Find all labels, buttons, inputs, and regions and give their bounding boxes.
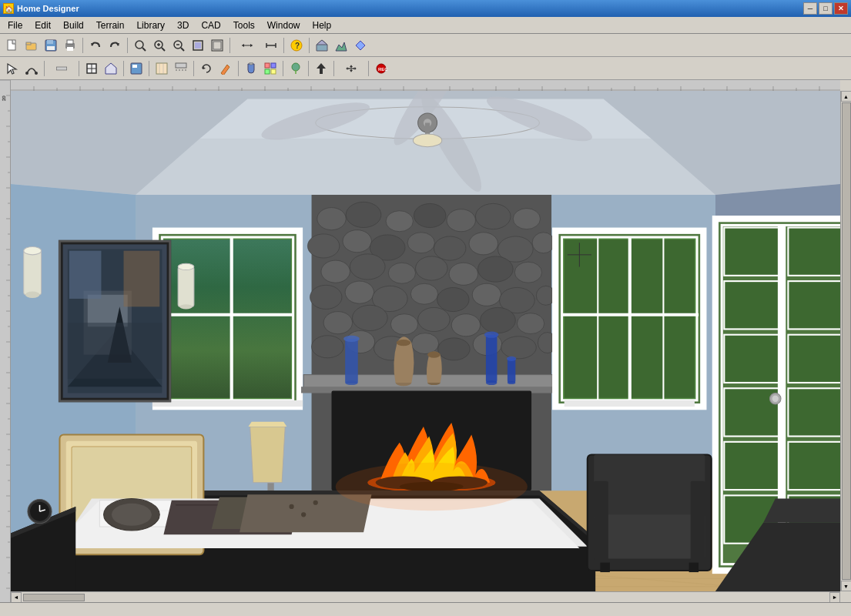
status-bar (0, 602, 851, 616)
plant-tool[interactable] (286, 59, 305, 78)
menu-help[interactable]: Help (306, 18, 337, 32)
save-view-tool[interactable] (127, 59, 146, 78)
svg-point-230 (427, 351, 441, 357)
svg-point-184 (307, 234, 340, 258)
svg-point-197 (478, 256, 514, 282)
ruler-top (11, 80, 840, 91)
menu-library[interactable]: Library (130, 18, 171, 32)
svg-rect-320 (594, 481, 608, 561)
room-tool[interactable] (82, 59, 101, 78)
svg-rect-262 (724, 442, 782, 490)
menu-3d[interactable]: 3D (171, 18, 195, 32)
svg-point-180 (414, 203, 446, 227)
svg-rect-7 (67, 40, 73, 44)
svg-point-307 (313, 500, 318, 505)
svg-rect-261 (788, 388, 840, 436)
scrollbar-vertical[interactable]: ▲ ▼ (840, 91, 851, 591)
print-button[interactable] (61, 36, 79, 55)
zoom-out-button[interactable] (169, 36, 188, 55)
svg-point-194 (388, 263, 415, 283)
svg-marker-34 (336, 42, 347, 51)
svg-rect-45 (132, 65, 137, 68)
svg-rect-8 (67, 47, 73, 51)
svg-point-182 (475, 203, 511, 229)
svg-rect-52 (250, 62, 253, 65)
svg-point-196 (449, 263, 477, 285)
arc-tool[interactable] (22, 59, 41, 78)
viewport-3d[interactable] (11, 91, 840, 591)
pane-arrows-button[interactable] (233, 36, 261, 55)
maximize-button[interactable]: □ (819, 2, 833, 15)
menu-tools[interactable]: Tools (227, 18, 261, 32)
menu-build[interactable]: Build (57, 18, 90, 32)
svg-marker-325 (763, 499, 840, 523)
scroll-left-button[interactable]: ◄ (11, 592, 22, 603)
menu-file[interactable]: File (2, 18, 28, 32)
close-button[interactable]: ✕ (834, 2, 848, 15)
menu-window[interactable]: Window (261, 18, 307, 32)
select-tool[interactable] (3, 59, 22, 78)
svg-point-177 (317, 208, 346, 230)
svg-point-213 (517, 313, 544, 334)
record-button[interactable]: REC (372, 59, 390, 78)
svg-rect-54 (271, 63, 276, 68)
move-tool[interactable] (337, 59, 365, 78)
svg-point-270 (24, 246, 42, 254)
open-button[interactable] (22, 36, 41, 55)
svg-marker-33 (317, 40, 327, 45)
save-button[interactable] (42, 36, 60, 55)
arrow-up-tool[interactable] (312, 59, 330, 78)
menu-edit[interactable]: Edit (28, 18, 57, 32)
svg-rect-259 (788, 335, 840, 383)
new-button[interactable] (3, 36, 22, 55)
scrollbar-horizontal[interactable]: ◄ ► (11, 591, 840, 602)
zoom-real-button[interactable] (131, 36, 149, 55)
svg-rect-251 (565, 400, 695, 407)
wall-tool[interactable] (48, 59, 75, 78)
house-exterior-button[interactable] (313, 36, 331, 55)
scroll-up-button[interactable]: ▲ (841, 91, 852, 102)
svg-point-37 (25, 72, 28, 75)
svg-point-233 (484, 332, 499, 338)
measure-button[interactable] (262, 36, 280, 55)
scroll-right-button[interactable]: ► (829, 592, 840, 603)
terrain-button[interactable] (332, 36, 350, 55)
menu-bar: File Edit Build Terrain Library 3D CAD T… (0, 17, 851, 34)
scroll-thumb-h[interactable] (23, 594, 85, 601)
svg-point-11 (136, 41, 143, 49)
svg-rect-53 (265, 63, 270, 68)
svg-text:REC: REC (378, 67, 387, 72)
svg-marker-288 (250, 427, 286, 483)
minimize-button[interactable]: ─ (803, 2, 817, 15)
svg-marker-62 (352, 67, 356, 70)
svg-point-208 (352, 305, 387, 330)
svg-point-218 (438, 338, 471, 360)
undo-button[interactable] (86, 36, 105, 55)
scroll-down-button[interactable]: ▼ (841, 581, 852, 591)
rotate-tool[interactable] (197, 59, 216, 78)
svg-line-12 (142, 48, 146, 51)
house-tool[interactable] (102, 59, 120, 78)
svg-rect-322 (600, 563, 609, 572)
paint-tool[interactable] (242, 59, 260, 78)
help-context-button[interactable]: ? (287, 36, 306, 55)
svg-point-187 (407, 233, 434, 253)
svg-rect-56 (271, 69, 276, 74)
svg-rect-284 (124, 251, 160, 307)
svg-rect-285 (68, 323, 162, 379)
svg-marker-35 (356, 41, 365, 50)
svg-point-310 (112, 504, 152, 526)
redo-button[interactable] (106, 36, 124, 55)
material-tool[interactable] (261, 59, 280, 78)
svg-rect-39 (56, 67, 66, 70)
floor-plan-button[interactable] (351, 36, 370, 55)
ceiling-tool[interactable] (172, 59, 190, 78)
zoom-in-button[interactable] (150, 36, 169, 55)
menu-cad[interactable]: CAD (195, 18, 226, 32)
menu-terrain[interactable]: Terrain (90, 18, 131, 32)
floor-tool[interactable] (152, 59, 171, 78)
fit-all-button[interactable] (208, 36, 226, 55)
edit-material-tool[interactable] (216, 59, 235, 78)
fit-button[interactable] (189, 36, 207, 55)
scroll-thumb-v[interactable] (842, 102, 851, 580)
